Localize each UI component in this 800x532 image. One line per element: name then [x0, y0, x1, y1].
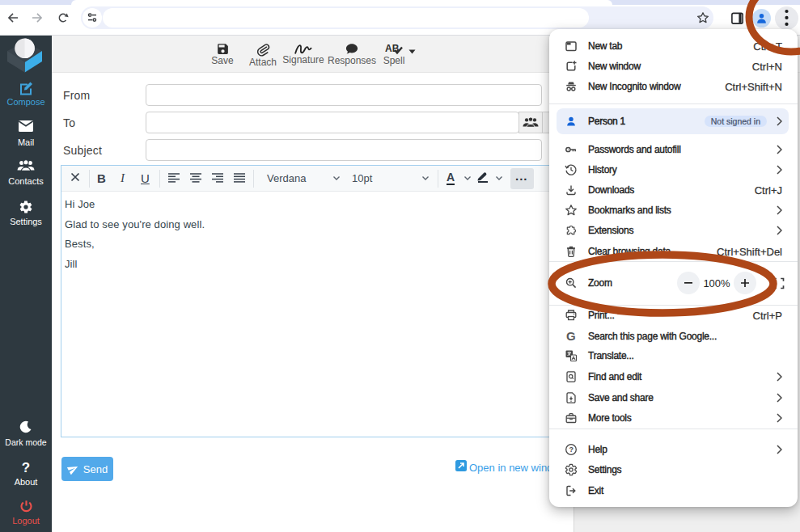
svg-text:?: ? [569, 445, 574, 454]
svg-text:G: G [566, 330, 576, 343]
